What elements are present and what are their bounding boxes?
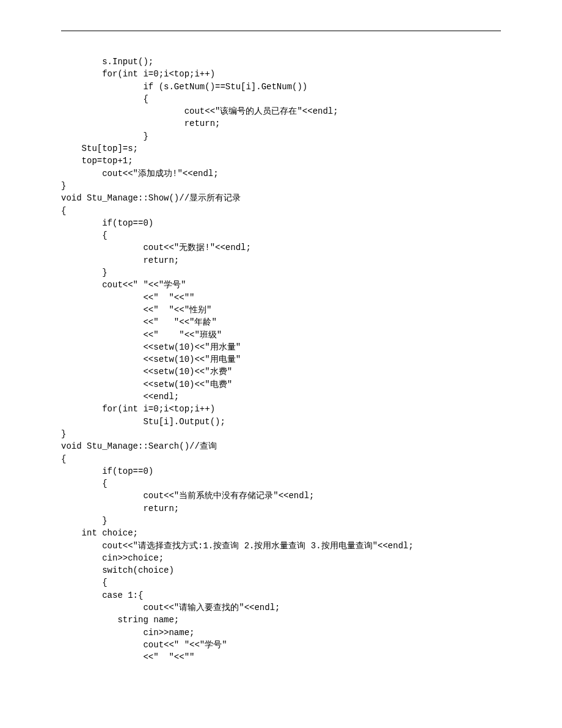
top-rule [61,31,501,31]
document-page: s.Input(); for(int i=0;i<top;i++) if (s.… [0,0,562,728]
code-block: s.Input(); for(int i=0;i<top;i++) if (s.… [61,56,501,664]
